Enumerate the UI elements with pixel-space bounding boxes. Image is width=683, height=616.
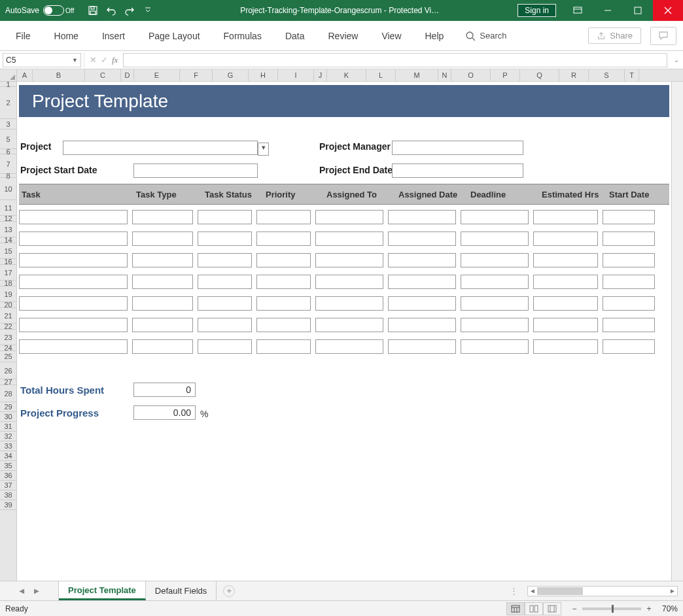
ribbon-display-icon[interactable] bbox=[563, 0, 593, 21]
col-header[interactable]: H bbox=[249, 69, 278, 81]
table-cell[interactable] bbox=[603, 231, 655, 246]
table-cell[interactable] bbox=[256, 253, 311, 267]
project-start-input[interactable] bbox=[133, 163, 258, 178]
table-cell[interactable] bbox=[256, 231, 311, 246]
table-cell[interactable] bbox=[256, 275, 311, 289]
table-cell[interactable] bbox=[533, 339, 598, 354]
add-sheet-icon[interactable]: + bbox=[223, 585, 235, 597]
fx-icon[interactable]: fx bbox=[112, 55, 118, 65]
project-end-input[interactable] bbox=[392, 163, 523, 178]
sheet-nav-next-icon[interactable]: ► bbox=[33, 586, 41, 596]
row-header[interactable]: 12 bbox=[0, 216, 16, 222]
col-header[interactable]: G bbox=[213, 69, 249, 81]
table-cell[interactable] bbox=[132, 253, 193, 267]
row-header[interactable]: 25 bbox=[0, 351, 16, 362]
table-cell[interactable] bbox=[603, 210, 655, 224]
sheet-nav-prev-icon[interactable]: ◄ bbox=[18, 586, 26, 596]
row-header[interactable]: 38 bbox=[0, 490, 16, 500]
row-header[interactable]: 11 bbox=[0, 200, 16, 216]
autosave-toggle[interactable] bbox=[43, 5, 64, 16]
chevron-down-icon[interactable]: ▼ bbox=[72, 57, 78, 63]
col-header[interactable]: E bbox=[134, 69, 180, 81]
row-header[interactable]: 34 bbox=[0, 451, 16, 461]
table-cell[interactable] bbox=[461, 339, 529, 354]
col-header[interactable]: O bbox=[451, 69, 491, 81]
col-header[interactable]: C bbox=[85, 69, 121, 81]
row-header[interactable]: 36 bbox=[0, 471, 16, 481]
tab-scroll-handle[interactable]: ⋮ bbox=[509, 586, 518, 596]
table-cell[interactable] bbox=[132, 296, 193, 311]
row-header[interactable]: 3 bbox=[0, 119, 16, 129]
table-cell[interactable] bbox=[461, 275, 529, 289]
table-cell[interactable] bbox=[461, 231, 529, 246]
row-header[interactable]: 35 bbox=[0, 461, 16, 471]
table-cell[interactable] bbox=[132, 339, 193, 354]
view-normal-icon[interactable] bbox=[506, 602, 525, 615]
tab-page-layout[interactable]: Page Layout bbox=[139, 27, 209, 45]
col-header[interactable]: F bbox=[180, 69, 213, 81]
table-cell[interactable] bbox=[533, 318, 598, 332]
col-header[interactable]: T bbox=[625, 69, 639, 81]
formula-expand-icon[interactable]: ⌄ bbox=[670, 56, 683, 63]
table-cell[interactable] bbox=[533, 253, 598, 267]
enter-icon[interactable]: ✓ bbox=[101, 55, 108, 65]
row-header[interactable]: 37 bbox=[0, 481, 16, 490]
table-cell[interactable] bbox=[603, 296, 655, 311]
table-cell[interactable] bbox=[132, 275, 193, 289]
table-cell[interactable] bbox=[256, 296, 311, 311]
table-cell[interactable] bbox=[388, 339, 456, 354]
row-header[interactable]: 16 bbox=[0, 259, 16, 265]
row-header[interactable]: 24 bbox=[0, 345, 16, 351]
sheet-tab-active[interactable]: Project Template bbox=[59, 581, 146, 600]
table-cell[interactable] bbox=[533, 296, 598, 311]
col-header[interactable]: P bbox=[491, 69, 520, 81]
table-cell[interactable] bbox=[198, 318, 252, 332]
minimize-icon[interactable] bbox=[593, 0, 623, 21]
table-cell[interactable] bbox=[461, 253, 529, 267]
row-header[interactable]: 17 bbox=[0, 265, 16, 281]
table-cell[interactable] bbox=[533, 231, 598, 246]
col-header[interactable]: N bbox=[438, 69, 451, 81]
table-cell[interactable] bbox=[315, 296, 383, 311]
undo-icon[interactable] bbox=[103, 2, 120, 19]
tab-file[interactable]: File bbox=[7, 27, 40, 45]
project-manager-input[interactable] bbox=[392, 141, 523, 155]
table-cell[interactable] bbox=[19, 339, 128, 354]
table-cell[interactable] bbox=[388, 296, 456, 311]
table-cell[interactable] bbox=[388, 210, 456, 224]
col-header[interactable]: B bbox=[33, 69, 85, 81]
row-header[interactable]: 5 bbox=[0, 129, 16, 149]
vertical-scrollbar[interactable] bbox=[671, 82, 683, 581]
zoom-out-icon[interactable]: − bbox=[569, 604, 580, 613]
table-cell[interactable] bbox=[603, 318, 655, 332]
scroll-left-icon[interactable]: ◄ bbox=[528, 587, 537, 594]
row-header[interactable]: 39 bbox=[0, 500, 16, 510]
table-cell[interactable] bbox=[19, 253, 128, 267]
table-cell[interactable] bbox=[603, 339, 655, 354]
name-box[interactable]: C5 ▼ bbox=[3, 53, 81, 67]
table-cell[interactable] bbox=[198, 210, 252, 224]
table-cell[interactable] bbox=[132, 231, 193, 246]
table-cell[interactable] bbox=[315, 253, 383, 267]
tab-view[interactable]: View bbox=[372, 27, 410, 45]
table-cell[interactable] bbox=[256, 210, 311, 224]
table-cell[interactable] bbox=[315, 275, 383, 289]
qat-customize-icon[interactable] bbox=[139, 2, 156, 19]
col-header[interactable]: A bbox=[17, 69, 33, 81]
row-header[interactable]: 15 bbox=[0, 243, 16, 259]
view-page-layout-icon[interactable] bbox=[525, 602, 543, 615]
select-all-button[interactable] bbox=[0, 69, 17, 81]
table-cell[interactable] bbox=[198, 339, 252, 354]
tab-formulas[interactable]: Formulas bbox=[215, 27, 271, 45]
share-button[interactable]: Share bbox=[588, 27, 641, 44]
table-cell[interactable] bbox=[19, 275, 128, 289]
row-header[interactable]: 30 bbox=[0, 412, 16, 422]
project-dropdown[interactable] bbox=[63, 141, 258, 155]
col-header[interactable]: I bbox=[278, 69, 314, 81]
scroll-right-icon[interactable]: ► bbox=[668, 587, 677, 594]
row-header[interactable]: 22 bbox=[0, 324, 16, 330]
tab-home[interactable]: Home bbox=[45, 27, 88, 45]
row-header[interactable]: 23 bbox=[0, 330, 16, 345]
table-cell[interactable] bbox=[461, 296, 529, 311]
view-page-break-icon[interactable] bbox=[543, 602, 561, 615]
